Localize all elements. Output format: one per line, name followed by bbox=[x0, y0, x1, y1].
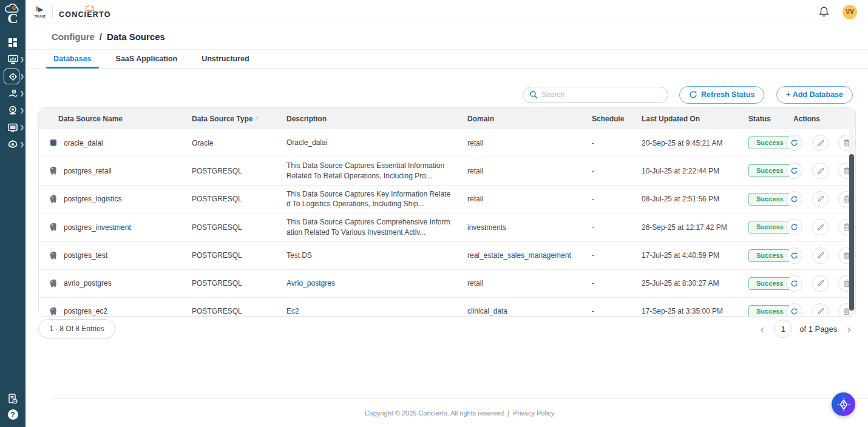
chevron-right-icon: ❯ bbox=[19, 125, 24, 130]
tab-saas-application[interactable]: SaaS Application bbox=[104, 50, 190, 68]
sync-action-button[interactable] bbox=[786, 219, 802, 235]
user-avatar[interactable]: VV bbox=[843, 5, 857, 19]
tab-bar: Databases SaaS Application Unstructured bbox=[25, 50, 868, 69]
status-badge: Success bbox=[748, 193, 792, 206]
datasource-type: POSTGRESQL bbox=[185, 167, 279, 175]
assistant-cam-icon bbox=[8, 106, 18, 115]
breadcrumb-section[interactable]: Configure bbox=[52, 32, 95, 42]
tab-unstructured[interactable]: Unstructured bbox=[189, 50, 261, 68]
footer: Copyright © 2025 Concierto, All rights r… bbox=[51, 398, 868, 427]
chevron-right-icon[interactable]: › bbox=[844, 323, 853, 335]
add-database-button[interactable]: + Add Database bbox=[776, 86, 853, 104]
chevron-right-icon: ❯ bbox=[19, 57, 24, 62]
services-hand-icon bbox=[8, 89, 18, 98]
breadcrumb: Configure / Data Sources bbox=[25, 24, 868, 50]
table-row: postgres_logistics POSTGRESQL This Data … bbox=[39, 186, 855, 214]
col-data-source-name: Data Source Name bbox=[39, 115, 185, 123]
datasource-name[interactable]: oracle_dalai bbox=[64, 139, 103, 147]
edit-action-button[interactable] bbox=[812, 247, 829, 264]
sync-action-button[interactable] bbox=[786, 275, 802, 292]
sidebar-item-data-sources[interactable]: ❯ bbox=[0, 68, 25, 85]
datasource-name[interactable]: postgres_retail bbox=[64, 167, 112, 175]
edit-pencil-icon bbox=[817, 167, 824, 175]
pages-label: of 1 Pages bbox=[799, 324, 837, 334]
table-row: avrio_postgres POSTGRESQL Avrio_postgres… bbox=[39, 270, 855, 298]
sort-asc-icon[interactable]: ↑ bbox=[255, 115, 259, 123]
page-title: Data Sources bbox=[107, 32, 165, 42]
search-input[interactable] bbox=[541, 90, 662, 99]
datasource-last-updated: 20-Sep-25 at 9:45:21 AM bbox=[634, 139, 741, 147]
sidebar-item-assistant[interactable]: ❯ bbox=[0, 102, 25, 119]
console-window-icon bbox=[8, 123, 18, 132]
sync-action-button[interactable] bbox=[786, 303, 802, 317]
datasource-type: POSTGRESQL bbox=[185, 307, 279, 315]
sidebar-item-console[interactable]: ❯ bbox=[0, 119, 25, 136]
datasource-domain: retail bbox=[460, 279, 585, 287]
sync-action-button[interactable] bbox=[786, 135, 802, 151]
accessibility-widget-button[interactable] bbox=[832, 392, 855, 416]
datasource-name[interactable]: postgres_test bbox=[64, 251, 107, 260]
edit-action-button[interactable] bbox=[812, 163, 829, 179]
refresh-icon bbox=[689, 90, 697, 99]
status-badge: Success bbox=[748, 164, 792, 177]
chevron-left-icon[interactable]: ‹ bbox=[758, 323, 767, 335]
datasource-type-icon bbox=[49, 195, 58, 204]
settings-gear-icon bbox=[8, 140, 18, 149]
col-last-updated-on: Last Updated On bbox=[634, 115, 741, 123]
edit-action-button[interactable] bbox=[812, 219, 829, 235]
sidebar-item-settings[interactable]: ❯ bbox=[0, 136, 25, 153]
datasource-schedule: - bbox=[585, 279, 634, 287]
sidebar-nav: ❯ ❯ ❯ bbox=[0, 34, 25, 153]
edit-action-button[interactable] bbox=[812, 303, 829, 317]
current-page[interactable]: 1 bbox=[774, 320, 792, 338]
sync-icon bbox=[790, 223, 798, 231]
trianz-mark-icon bbox=[34, 5, 46, 15]
datasource-domain: retail bbox=[460, 195, 585, 203]
postgresql-elephant-icon bbox=[49, 307, 58, 316]
edit-action-button[interactable] bbox=[812, 191, 829, 207]
edit-action-button[interactable] bbox=[812, 135, 829, 151]
breadcrumb-separator: / bbox=[100, 32, 102, 42]
sidebar-item-dashboard[interactable] bbox=[0, 34, 25, 51]
sync-icon bbox=[790, 280, 798, 287]
sync-action-button[interactable] bbox=[786, 191, 802, 207]
bell-icon[interactable] bbox=[819, 6, 829, 18]
datasource-schedule: - bbox=[585, 139, 634, 147]
datasource-type-icon bbox=[49, 223, 58, 232]
chevron-right-icon: ❯ bbox=[19, 91, 24, 96]
datasource-description: Test DS bbox=[279, 250, 460, 261]
datasource-name[interactable]: postgres_logistics bbox=[64, 195, 121, 203]
sidebar-bottom: ? bbox=[0, 394, 25, 420]
release-notes-icon[interactable] bbox=[8, 394, 18, 405]
datasource-type-icon bbox=[49, 138, 58, 147]
col-data-source-type[interactable]: Data Source Type ↑ bbox=[185, 115, 279, 123]
datasource-name[interactable]: postgres_investment bbox=[64, 223, 131, 232]
sync-action-button[interactable] bbox=[786, 247, 802, 264]
brand-divider bbox=[52, 6, 53, 18]
table-scrollbar-thumb[interactable] bbox=[849, 154, 854, 311]
datasource-name[interactable]: avrio_postgres bbox=[64, 279, 112, 287]
concierto-sidebar-logo[interactable]: C bbox=[5, 4, 21, 24]
postgresql-elephant-icon bbox=[49, 223, 58, 232]
refresh-status-button[interactable]: Refresh Status bbox=[679, 86, 764, 104]
datasource-schedule: - bbox=[585, 307, 634, 315]
table-body: oracle_dalai Oracle Oracle_dalai retail … bbox=[39, 129, 855, 317]
edit-action-button[interactable] bbox=[812, 275, 829, 292]
tab-databases[interactable]: Databases bbox=[41, 50, 104, 68]
sync-action-button[interactable] bbox=[786, 163, 802, 179]
edit-pencil-icon bbox=[817, 224, 824, 231]
sidebar-item-services[interactable]: ❯ bbox=[0, 85, 25, 102]
edit-pencil-icon bbox=[817, 140, 824, 147]
datasource-domain: real_estate_sales_management bbox=[460, 251, 585, 260]
help-icon[interactable]: ? bbox=[8, 409, 18, 420]
sync-icon bbox=[790, 308, 798, 315]
sidebar-item-monitoring[interactable]: ❯ bbox=[0, 51, 25, 68]
table-header: Data Source Name Data Source Type ↑ Desc… bbox=[39, 108, 855, 129]
datasource-type: POSTGRESQL bbox=[185, 195, 279, 203]
privacy-policy-link[interactable]: Privacy Policy bbox=[513, 409, 554, 417]
monitor-analytics-icon bbox=[8, 55, 18, 64]
datasource-name[interactable]: postgres_ec2 bbox=[64, 307, 107, 315]
chevron-right-icon: ❯ bbox=[19, 142, 24, 147]
trianz-logo: TRIANZ bbox=[34, 5, 46, 18]
edit-pencil-icon bbox=[817, 280, 824, 287]
